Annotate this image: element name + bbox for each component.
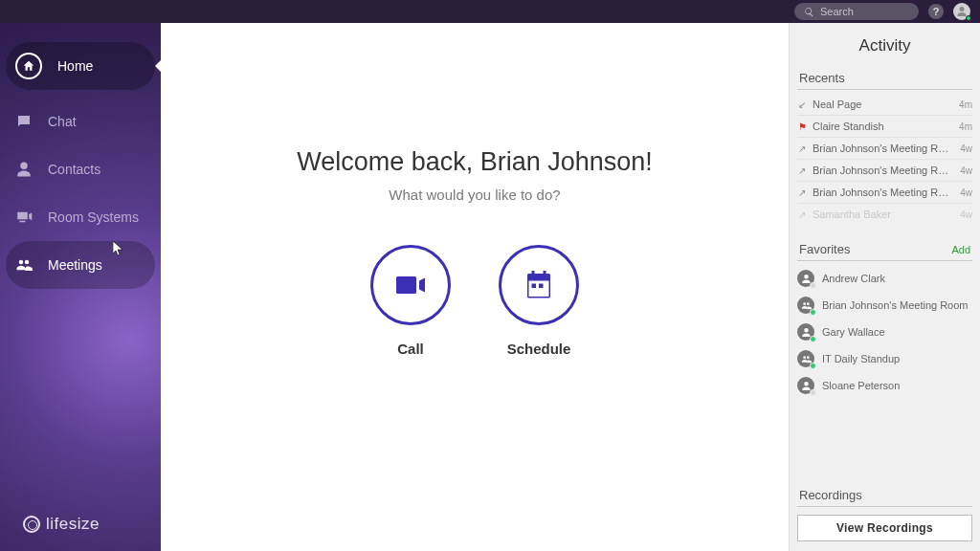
sidebar-item-room-systems[interactable]: Room Systems: [0, 193, 161, 241]
favorites-list: Andrew ClarkBrian Johnson's Meeting Room…: [797, 265, 972, 399]
top-bar: Search ?: [0, 0, 980, 23]
status-dot: [810, 363, 816, 369]
recent-name: Brian Johnson's Meeting Room: [813, 143, 954, 154]
meetings-icon: [15, 256, 33, 274]
search-input[interactable]: Search: [794, 3, 919, 20]
sidebar-item-contacts[interactable]: Contacts: [0, 145, 161, 193]
welcome-subtitle: What would you like to do?: [389, 187, 560, 203]
view-recordings-button[interactable]: View Recordings: [797, 515, 972, 541]
favorite-name: Brian Johnson's Meeting Room: [822, 299, 969, 311]
group-icon: [797, 350, 814, 367]
calendar-icon: [522, 268, 556, 302]
recent-row[interactable]: ↗Brian Johnson's Meeting Room4w: [797, 160, 972, 182]
recent-name: Brian Johnson's Meeting Room: [813, 165, 954, 176]
video-icon: [393, 268, 428, 302]
favorite-row[interactable]: Sloane Peterson: [797, 372, 972, 399]
person-icon: [797, 323, 814, 341]
favorite-row[interactable]: IT Daily Standup: [797, 345, 972, 372]
welcome-heading: Welcome back, Brian Johnson!: [297, 147, 653, 177]
recents-header: Recents: [797, 67, 972, 90]
recents-list: ↙Neal Page4m⚑Claire Standish4m↗Brian Joh…: [797, 94, 972, 225]
recent-name: Claire Standish: [813, 121, 953, 132]
help-icon[interactable]: ?: [928, 4, 944, 19]
favorites-header-label: Favorites: [799, 242, 850, 256]
recent-name: Samantha Baker: [813, 209, 954, 220]
favorites-add-link[interactable]: Add: [951, 244, 970, 255]
arrow-out-icon: ↗: [797, 143, 807, 154]
status-dot: [810, 336, 816, 342]
sidebar-item-label: Home: [57, 58, 93, 74]
search-icon: [804, 7, 814, 17]
action-row: Call Schedule: [370, 245, 579, 357]
active-indicator: [155, 60, 161, 72]
arrow-out-icon: ↗: [797, 165, 807, 176]
main-area: Welcome back, Brian Johnson! What would …: [161, 23, 789, 551]
favorite-name: Andrew Clark: [822, 273, 885, 284]
status-dot: [810, 389, 816, 396]
sidebar-item-meetings[interactable]: Meetings: [6, 241, 155, 289]
recent-name: Brian Johnson's Meeting Room: [813, 187, 954, 198]
recent-time: 4w: [960, 165, 972, 176]
status-dot-online: [966, 15, 971, 21]
activity-title: Activity: [797, 36, 972, 55]
status-dot: [810, 309, 816, 316]
call-button[interactable]: Call: [370, 245, 451, 357]
recent-row[interactable]: ↗Brian Johnson's Meeting Room4w: [797, 138, 972, 160]
recent-time: 4w: [960, 209, 972, 220]
favorite-row[interactable]: Brian Johnson's Meeting Room: [797, 292, 972, 319]
recent-row[interactable]: ↙Neal Page4m: [797, 94, 972, 116]
recent-time: 4m: [959, 99, 972, 110]
recent-time: 4m: [959, 121, 972, 132]
arrow-in-icon: ↙: [797, 99, 807, 110]
recent-row[interactable]: ↗Brian Johnson's Meeting Room4w: [797, 182, 972, 204]
favorites-header: Favorites Add: [797, 238, 972, 261]
flag-icon: ⚑: [797, 121, 807, 132]
logo-icon: [23, 516, 40, 533]
recordings-section: Recordings View Recordings: [797, 484, 972, 541]
room-systems-icon: [15, 209, 33, 226]
favorite-name: Sloane Peterson: [822, 380, 900, 391]
sidebar-item-label: Room Systems: [48, 209, 139, 225]
sidebar-item-chat[interactable]: Chat: [0, 98, 161, 145]
status-dot: [810, 282, 816, 289]
favorite-row[interactable]: Andrew Clark: [797, 265, 972, 292]
search-placeholder: Search: [820, 6, 854, 17]
schedule-label: Schedule: [507, 341, 571, 357]
person-icon: [797, 270, 814, 287]
sidebar: Home Chat Contacts Room Systems Meetings…: [0, 23, 161, 551]
recordings-header: Recordings: [797, 484, 972, 507]
user-avatar[interactable]: [953, 3, 970, 20]
logo-text: lifesize: [46, 515, 100, 534]
favorite-name: Gary Wallace: [822, 326, 885, 338]
call-label: Call: [397, 341, 424, 357]
chat-icon: [15, 113, 33, 130]
recents-header-label: Recents: [799, 71, 845, 85]
group-icon: [797, 297, 814, 314]
person-icon: [797, 377, 814, 394]
arrow-out-icon: ↗: [797, 187, 807, 198]
schedule-button[interactable]: Schedule: [499, 245, 579, 357]
logo: lifesize: [23, 515, 100, 534]
contacts-icon: [15, 161, 33, 178]
sidebar-item-label: Chat: [48, 114, 77, 129]
sidebar-item-label: Contacts: [48, 162, 100, 177]
home-icon: [15, 53, 42, 79]
favorite-row[interactable]: Gary Wallace: [797, 319, 972, 345]
recent-time: 4w: [960, 143, 972, 154]
favorite-name: IT Daily Standup: [822, 353, 900, 364]
sidebar-item-label: Meetings: [48, 257, 102, 273]
sidebar-item-home[interactable]: Home: [6, 42, 155, 90]
recent-time: 4w: [960, 187, 972, 198]
activity-panel: Activity Recents ↙Neal Page4m⚑Claire Sta…: [789, 23, 980, 551]
recent-row[interactable]: ⚑Claire Standish4m: [797, 116, 972, 138]
arrow-out-icon: ↗: [797, 209, 807, 220]
recent-row[interactable]: ↗Samantha Baker4w: [797, 204, 972, 225]
recent-name: Neal Page: [813, 99, 953, 110]
